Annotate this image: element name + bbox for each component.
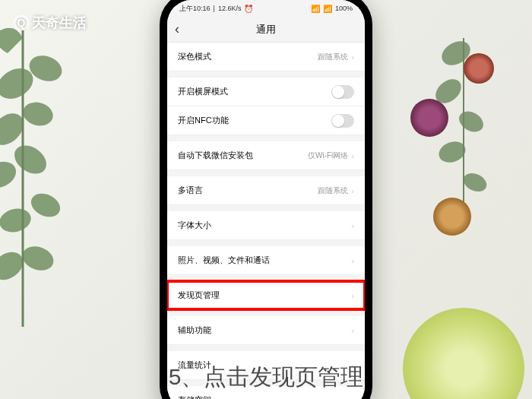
background-flower [464, 53, 494, 84]
item-value: 跟随系统› [318, 185, 354, 196]
status-time: 上午10:16 [179, 4, 211, 14]
phone-screen: 上午10:16 | 12.6K/s ⏰ 📶 📶 100% ‹ 通用 深色模式跟随… [167, 0, 365, 399]
wifi-icon: 📶 [323, 5, 332, 13]
svg-point-11 [463, 55, 495, 82]
item-value [331, 114, 354, 128]
svg-point-9 [19, 242, 57, 275]
svg-point-14 [436, 138, 469, 166]
item-label: 存储空间 [178, 394, 211, 399]
svg-point-1 [26, 51, 65, 85]
watermark-icon: Q [14, 15, 29, 30]
list-item[interactable]: 照片、视频、文件和通话› [167, 246, 365, 275]
item-value: › [351, 256, 354, 265]
svg-point-7 [27, 189, 64, 221]
item-value-text: 仅Wi-Fi网络 [308, 150, 348, 161]
item-label: 发现页管理 [178, 290, 220, 301]
item-value-text: 跟随系统 [318, 52, 348, 62]
chevron-right-icon: › [351, 221, 354, 230]
page-title: 通用 [256, 23, 276, 36]
list-item[interactable]: 辅助功能› [167, 316, 365, 345]
item-label: 多语言 [178, 185, 203, 196]
item-value-text: 跟随系统 [318, 185, 348, 196]
svg-point-6 [0, 205, 33, 236]
watermark-text: 天奇生活 [32, 14, 87, 32]
settings-list[interactable]: 深色模式跟随系统›开启横屏模式开启NFC功能自动下载微信安装包仅Wi-Fi网络›… [167, 43, 365, 399]
chevron-right-icon: › [351, 186, 354, 195]
item-label: 开启横屏模式 [178, 86, 228, 97]
watermark: Q 天奇生活 [14, 14, 87, 32]
svg-point-12 [431, 74, 466, 108]
alarm-icon: ⏰ [244, 5, 253, 13]
list-item[interactable]: 字体大小› [167, 211, 365, 240]
list-item[interactable]: 自动下载微信安装包仅Wi-Fi网络› [167, 141, 365, 170]
background-leaves-left [0, 23, 114, 327]
battery-text: 100% [335, 5, 353, 12]
svg-point-13 [455, 107, 486, 136]
svg-point-0 [0, 62, 39, 105]
toggle-switch[interactable] [331, 114, 354, 128]
svg-point-2 [0, 107, 30, 151]
item-label: 自动下载微信安装包 [178, 150, 253, 161]
back-button[interactable]: ‹ [175, 21, 179, 37]
phone-frame: 上午10:16 | 12.6K/s ⏰ 📶 📶 100% ‹ 通用 深色模式跟随… [160, 0, 372, 399]
svg-point-8 [0, 246, 28, 285]
item-value: › [351, 396, 354, 400]
item-label: 辅助功能 [178, 325, 211, 336]
svg-point-4 [0, 157, 21, 193]
item-value [331, 85, 354, 99]
item-label: 开启NFC功能 [178, 115, 229, 126]
chevron-right-icon: › [351, 396, 354, 400]
chevron-right-icon: › [351, 256, 354, 265]
list-item[interactable]: 发现页管理› [167, 281, 365, 310]
list-item[interactable]: 多语言跟随系统› [167, 176, 365, 205]
item-label: 深色模式 [178, 51, 211, 62]
status-network-speed: 12.6K/s [218, 5, 242, 12]
status-bar: 上午10:16 | 12.6K/s ⏰ 📶 📶 100% [167, 0, 365, 17]
item-value: 跟随系统› [318, 52, 354, 62]
toggle-switch[interactable] [331, 85, 354, 99]
svg-point-5 [9, 140, 52, 180]
list-item[interactable]: 深色模式跟随系统› [167, 43, 365, 71]
item-value: 仅Wi-Fi网络› [308, 150, 354, 161]
background-leaves-right [426, 30, 502, 220]
item-value: › [351, 291, 354, 300]
nav-bar: ‹ 通用 [167, 17, 365, 43]
svg-point-10 [438, 36, 475, 70]
item-value: › [351, 326, 354, 335]
svg-point-3 [21, 99, 55, 128]
chevron-right-icon: › [351, 326, 354, 335]
item-label: 字体大小 [178, 220, 211, 231]
background-flower [410, 99, 448, 137]
background-flower [433, 198, 471, 236]
chevron-right-icon: › [351, 151, 354, 160]
chevron-right-icon: › [351, 291, 354, 300]
list-item[interactable]: 开启横屏模式 [167, 78, 365, 106]
status-left: 上午10:16 | 12.6K/s ⏰ [179, 4, 253, 14]
signal-icon: 📶 [311, 5, 320, 13]
chevron-right-icon: › [351, 52, 354, 62]
step-caption: 5、点击发现页管理 [0, 362, 532, 393]
item-label: 照片、视频、文件和通话 [178, 255, 270, 266]
svg-point-15 [461, 169, 489, 195]
list-item[interactable]: 开启NFC功能 [167, 106, 365, 135]
status-right: 📶 📶 100% [311, 5, 353, 13]
item-value: › [351, 221, 354, 230]
